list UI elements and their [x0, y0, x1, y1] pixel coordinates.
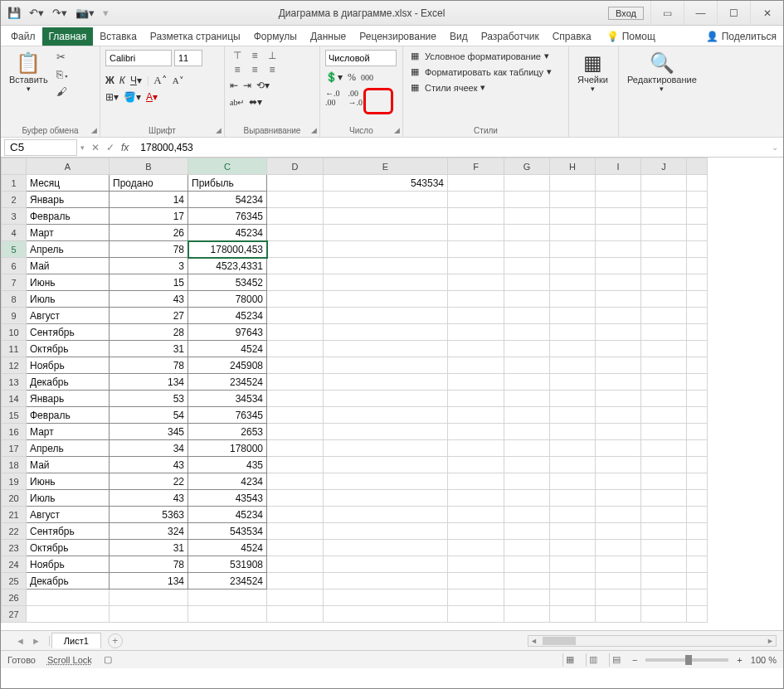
- cell-D21[interactable]: [267, 507, 324, 523]
- cell-D6[interactable]: [267, 258, 324, 274]
- cell-C1[interactable]: Прибыль: [188, 175, 267, 192]
- cell-F3[interactable]: [448, 208, 504, 225]
- cell-E13[interactable]: [324, 374, 448, 391]
- horizontal-scrollbar[interactable]: ◄ ►: [528, 635, 777, 647]
- cell-C23[interactable]: 4524: [188, 540, 267, 556]
- view-normal-button[interactable]: ▦: [562, 653, 577, 667]
- cell-A4[interactable]: Март: [27, 225, 110, 241]
- cell-F5[interactable]: [448, 241, 504, 258]
- cell-A1[interactable]: Месяц: [27, 175, 110, 192]
- align-center-button[interactable]: ≡: [247, 64, 262, 75]
- cell-C18[interactable]: 435: [188, 457, 267, 473]
- cell-E17[interactable]: [324, 440, 448, 457]
- underline-button[interactable]: Ч▾: [130, 75, 142, 87]
- cell-H26[interactable]: [550, 590, 596, 606]
- cell-F19[interactable]: [448, 473, 504, 490]
- zoom-level[interactable]: 100 %: [751, 655, 777, 665]
- cell-D12[interactable]: [267, 357, 324, 374]
- cell-G5[interactable]: [504, 241, 550, 258]
- cell-J5[interactable]: [641, 241, 687, 258]
- cell-G20[interactable]: [504, 490, 550, 507]
- cell-C11[interactable]: 4524: [188, 341, 267, 357]
- cell-A25[interactable]: Декабрь: [27, 573, 110, 590]
- col-header-I[interactable]: I: [596, 158, 641, 175]
- cell-B1[interactable]: Продано: [110, 175, 188, 192]
- cell-D23[interactable]: [267, 540, 324, 556]
- cell-J2[interactable]: [641, 192, 687, 208]
- cell-J9[interactable]: [641, 308, 687, 324]
- cell-I1[interactable]: [596, 175, 641, 192]
- cell-G13[interactable]: [504, 374, 550, 391]
- merge-button[interactable]: ⬌▾: [249, 96, 262, 109]
- cell-J6[interactable]: [641, 258, 687, 274]
- cell-E10[interactable]: [324, 324, 448, 341]
- cell-G21[interactable]: [504, 507, 550, 523]
- row-header-2[interactable]: 2: [2, 192, 27, 208]
- cell-E3[interactable]: [324, 208, 448, 225]
- cell-F1[interactable]: [448, 175, 504, 192]
- cell-E18[interactable]: [324, 457, 448, 473]
- copy-icon[interactable]: ⎘▾: [55, 67, 71, 81]
- cell-I20[interactable]: [596, 490, 641, 507]
- cell-E22[interactable]: [324, 523, 448, 540]
- cell-I12[interactable]: [596, 357, 641, 374]
- cell-H17[interactable]: [550, 440, 596, 457]
- select-all-corner[interactable]: [2, 158, 27, 175]
- align-middle-button[interactable]: ≡: [247, 50, 262, 61]
- cell-B20[interactable]: 43: [110, 490, 188, 507]
- sheet-nav-prev-icon[interactable]: ◄: [16, 636, 25, 646]
- row-header-3[interactable]: 3: [2, 208, 27, 225]
- col-header-G[interactable]: G: [504, 158, 550, 175]
- cell-G4[interactable]: [504, 225, 550, 241]
- cell-E6[interactable]: [324, 258, 448, 274]
- conditional-formatting-button[interactable]: ▦Условное форматирование▾: [408, 50, 549, 62]
- cell-C2[interactable]: 54234: [188, 192, 267, 208]
- bold-button[interactable]: Ж: [105, 75, 114, 87]
- cell-F26[interactable]: [448, 590, 504, 606]
- cell-A18[interactable]: Май: [27, 457, 110, 473]
- cell-A26[interactable]: [27, 590, 110, 606]
- cell-A17[interactable]: Апрель: [27, 440, 110, 457]
- cell-A6[interactable]: Май: [27, 258, 110, 274]
- cell-B8[interactable]: 43: [110, 291, 188, 308]
- font-size-input[interactable]: [174, 50, 202, 66]
- cell-D3[interactable]: [267, 208, 324, 225]
- cell-A7[interactable]: Июнь: [27, 274, 110, 291]
- cell-J3[interactable]: [641, 208, 687, 225]
- cell-J26[interactable]: [641, 590, 687, 606]
- grow-font-button[interactable]: A˄: [153, 74, 167, 87]
- cell-H11[interactable]: [550, 341, 596, 357]
- tab-developer[interactable]: Разработчик: [475, 27, 546, 46]
- formula-input[interactable]: [135, 139, 767, 156]
- cell-G9[interactable]: [504, 308, 550, 324]
- cell-I3[interactable]: [596, 208, 641, 225]
- cell-E12[interactable]: [324, 357, 448, 374]
- cell-B9[interactable]: 27: [110, 308, 188, 324]
- cell-I15[interactable]: [596, 407, 641, 424]
- cell-C6[interactable]: 4523,4331: [188, 258, 267, 274]
- decrease-indent-button[interactable]: ⇤: [230, 80, 238, 92]
- cell-A21[interactable]: Август: [27, 507, 110, 523]
- cell-I25[interactable]: [596, 573, 641, 590]
- cell-B5[interactable]: 78: [110, 241, 188, 258]
- cell-F2[interactable]: [448, 192, 504, 208]
- cell-C13[interactable]: 234524: [188, 374, 267, 391]
- align-top-button[interactable]: ⊤: [230, 50, 245, 61]
- cell-A15[interactable]: Февраль: [27, 407, 110, 424]
- cell-G12[interactable]: [504, 357, 550, 374]
- cell-E26[interactable]: [324, 590, 448, 606]
- cell-E15[interactable]: [324, 407, 448, 424]
- cell-F21[interactable]: [448, 507, 504, 523]
- row-header-4[interactable]: 4: [2, 225, 27, 241]
- cell-G27[interactable]: [504, 606, 550, 623]
- cell-J19[interactable]: [641, 473, 687, 490]
- cell-D15[interactable]: [267, 407, 324, 424]
- cell-E20[interactable]: [324, 490, 448, 507]
- cell-J22[interactable]: [641, 523, 687, 540]
- italic-button[interactable]: К: [119, 75, 125, 87]
- cell-styles-button[interactable]: ▦Стили ячеек▾: [408, 81, 485, 94]
- row-header-15[interactable]: 15: [2, 407, 27, 424]
- cell-D16[interactable]: [267, 424, 324, 440]
- cell-E1[interactable]: 543534: [324, 175, 448, 192]
- cell-D22[interactable]: [267, 523, 324, 540]
